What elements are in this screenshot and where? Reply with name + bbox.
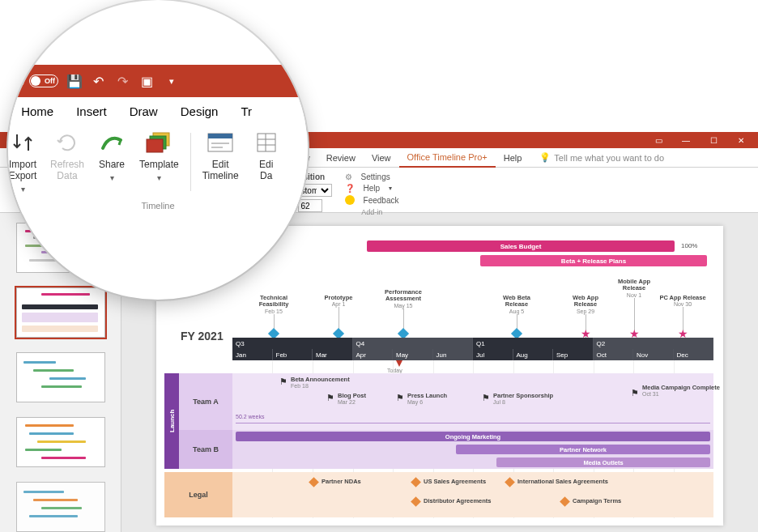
svg-rect-8 xyxy=(208,134,232,138)
save-icon[interactable]: 💾 xyxy=(66,74,83,89)
share-button[interactable]: Share▾ xyxy=(91,130,133,214)
legal-distributor: Distributor Agreements xyxy=(424,498,492,504)
help-button[interactable]: ❓ Help ▾ xyxy=(345,184,399,193)
tab-help[interactable]: Help xyxy=(496,148,530,168)
menu-transitions[interactable]: Tr xyxy=(229,97,263,125)
window-close-button[interactable]: ✕ xyxy=(727,132,755,148)
milestone-prototype: PrototypeApr 1 xyxy=(314,295,363,307)
addin-group-label: Add-in xyxy=(361,208,382,216)
flag-icon: ⚑ xyxy=(482,393,490,403)
toggle-icon: Off xyxy=(29,74,58,87)
redo-icon[interactable]: ↷ xyxy=(115,74,131,89)
menu-bar: File Home Insert Draw Design Tr xyxy=(8,97,308,125)
menu-design[interactable]: Design xyxy=(169,97,230,125)
menu-home[interactable]: Home xyxy=(10,97,65,125)
lightbulb-icon: 💡 xyxy=(539,152,551,163)
today-label: Today xyxy=(387,368,402,373)
slide-thumb-4[interactable] xyxy=(16,417,105,467)
edit-data-button[interactable]: Edi Da xyxy=(245,130,287,214)
milestone-web-app: Web App ReleaseSep 29 xyxy=(561,295,610,314)
addin-group: ⚙ Settings ❓ Help ▾ Feedback Add-in xyxy=(345,172,399,205)
flag-icon: ⚑ xyxy=(631,388,639,398)
chevron-down-icon: ▾ xyxy=(21,185,25,194)
edit-timeline-icon xyxy=(206,130,235,155)
refresh-icon xyxy=(53,130,82,155)
legal-partner-ndas: Partner NDAs xyxy=(322,479,361,485)
task-beta-announcement: Beta AnnouncementFeb 18 xyxy=(291,377,350,390)
time-axis: Q3 Q4 Q1 Q2 JanFebMar AprMayJun JulAugSe… xyxy=(232,338,713,360)
milestone-technical-feasibility: Technical FeasibilityFeb 15 xyxy=(249,295,298,314)
custom-input[interactable] xyxy=(298,199,322,212)
sales-budget-pct: 100% xyxy=(681,242,697,249)
template-icon xyxy=(144,130,173,155)
sales-budget-bar: Sales Budget xyxy=(367,240,675,252)
milestone-performance: Performance AssessmentMay 15 xyxy=(379,289,428,309)
window-maximize-alt-button[interactable]: ▭ xyxy=(645,132,672,148)
share-icon xyxy=(97,130,126,155)
autosave-toggle[interactable]: AutoSave Off xyxy=(8,74,58,87)
import-export-icon xyxy=(8,130,37,155)
undo-icon[interactable]: ↶ xyxy=(91,74,107,89)
svg-rect-11 xyxy=(258,134,275,151)
timeline-group-label: Timeline xyxy=(141,201,174,211)
launch-swimlane-label: Launch xyxy=(164,373,179,469)
duration-note: 50.2 weeks xyxy=(236,414,264,419)
menu-file[interactable]: File xyxy=(8,97,10,125)
help-icon: ❓ xyxy=(345,184,355,193)
tell-me-placeholder: Tell me what you want to do xyxy=(554,153,664,163)
chevron-down-icon: ▾ xyxy=(110,173,114,182)
edit-timeline-button[interactable]: Edit Timeline xyxy=(196,130,245,214)
legal-us-sales: US Sales Agreements xyxy=(424,479,486,485)
feedback-button[interactable]: Feedback xyxy=(345,195,399,205)
legal-campaign-terms: Campaign Terms xyxy=(573,498,621,504)
flag-icon: ⚑ xyxy=(396,393,404,403)
task-media-campaign: Media Campaign CompleteOct 31 xyxy=(642,385,720,398)
ribbon-separator xyxy=(190,133,191,191)
quick-access-toolbar: AutoSave Off 💾 ↶ ↷ ▣ ▾ xyxy=(8,65,308,97)
task-press-launch: Press LaunchMay 6 xyxy=(407,393,447,406)
tab-view[interactable]: View xyxy=(364,148,399,168)
edit-data-icon xyxy=(252,130,281,155)
task-partner-sponsorship: Partner SponsorshipJul 8 xyxy=(493,393,553,406)
flag-icon: ⚑ xyxy=(326,393,334,403)
legal-label: Legal xyxy=(164,472,232,517)
gear-icon: ⚙ xyxy=(345,172,352,181)
team-b-label: Team B xyxy=(179,430,232,469)
today-marker xyxy=(396,360,402,367)
slide-thumb-5[interactable] xyxy=(16,482,105,532)
settings-button[interactable]: ⚙ Settings xyxy=(345,172,399,181)
ongoing-marketing-bar: Ongoing Marketing xyxy=(236,432,710,441)
legal-intl-sales: International Sales Agreements xyxy=(517,479,608,485)
svg-rect-6 xyxy=(147,139,163,152)
chevron-down-icon: ▾ xyxy=(389,185,392,192)
menu-draw[interactable]: Draw xyxy=(118,97,169,125)
present-icon[interactable]: ▣ xyxy=(139,74,155,89)
tab-office-timeline[interactable]: Office Timeline Pro+ xyxy=(399,148,496,168)
flag-icon: ⚑ xyxy=(279,377,287,387)
slide-thumb-2[interactable] xyxy=(16,287,105,338)
duration-line xyxy=(236,423,710,423)
autosave-label: AutoSave xyxy=(8,75,24,87)
milestone-web-beta: Web Beta ReleaseAug 5 xyxy=(492,295,541,314)
task-blog-post: Blog PostMar 22 xyxy=(338,393,366,406)
zoom-lens: AutoSave Off 💾 ↶ ↷ ▣ ▾ File Home Insert … xyxy=(8,0,308,300)
media-outlets-bar: Media Outlets xyxy=(496,458,710,467)
ribbon-large: + New▾ Import Export▾ Refresh Data xyxy=(8,125,308,214)
partner-network-bar: Partner Network xyxy=(456,445,710,454)
refresh-data-button: Refresh Data xyxy=(44,130,91,214)
slide-title: FY 2021 xyxy=(181,330,224,343)
smiley-icon xyxy=(345,195,355,205)
tab-review[interactable]: Review xyxy=(318,148,364,168)
milestone-mobile-app: Mobile App ReleaseNov 1 xyxy=(610,279,658,298)
menu-insert[interactable]: Insert xyxy=(65,97,118,125)
milestone-pc-app: PC App ReleaseNov 30 xyxy=(658,295,707,307)
chevron-down-icon: ▾ xyxy=(157,173,161,182)
window-maximize-button[interactable]: ☐ xyxy=(700,132,727,148)
tell-me-search[interactable]: 💡 Tell me what you want to do xyxy=(539,152,664,163)
window-minimize-button[interactable]: — xyxy=(672,132,700,148)
slide-thumb-3[interactable] xyxy=(16,352,105,402)
beta-release-bar: Beta + Release Plans xyxy=(480,255,707,266)
team-a-label: Team A xyxy=(179,373,232,430)
qat-customize-icon[interactable]: ▾ xyxy=(164,76,180,87)
